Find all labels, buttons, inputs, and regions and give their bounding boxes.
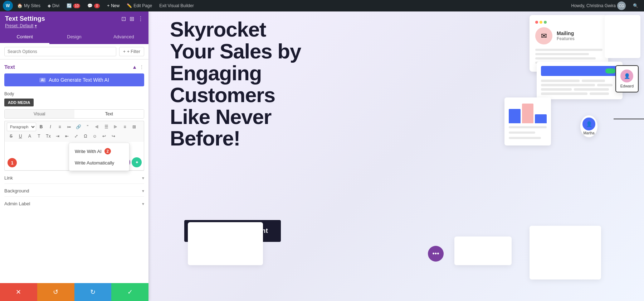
martha-avatar-circle: 👤	[582, 118, 595, 130]
ai-tooltip: Write With AI 2 Write Automatically	[69, 143, 130, 171]
link-section-title: Link	[4, 175, 13, 181]
undo-button[interactable]: ↺	[37, 283, 74, 301]
ui-card	[537, 62, 623, 99]
tab-content[interactable]: Content	[0, 30, 49, 44]
redo-button[interactable]: ↻	[74, 283, 112, 301]
fullscreen-icon[interactable]: ⊡	[121, 15, 126, 22]
section-icons: ▲ ⋮	[132, 64, 144, 70]
fullscreen-editor-btn[interactable]: ⤢	[72, 132, 80, 140]
write-with-ai-option[interactable]: Write With AI 2	[69, 145, 129, 157]
align-center-btn[interactable]: ☰	[102, 123, 111, 131]
editor-body[interactable]: 1 AI ✦ Write With AI 2 Write Automatic	[4, 142, 144, 171]
divi-menu[interactable]: ◆ Divi	[45, 0, 62, 11]
chart-card	[504, 97, 551, 145]
purple-dot-menu[interactable]: •••	[428, 246, 444, 262]
updates-count: 10	[73, 4, 80, 8]
comments-menu[interactable]: 💬 0	[84, 0, 103, 11]
more-icon[interactable]: ⋮	[138, 15, 143, 22]
edward-avatar-circle: 👤	[620, 70, 633, 82]
search-bar: + + Filter	[0, 44, 148, 59]
redo-btn[interactable]: ↪	[109, 132, 118, 140]
preset-dropdown[interactable]: ▾	[35, 23, 37, 28]
text-section-header: Text ▲ ⋮	[4, 64, 144, 70]
admin-label-chevron-icon: ▾	[142, 201, 144, 206]
align-right-btn[interactable]: ⫸	[111, 123, 120, 131]
underline-btn[interactable]: U	[16, 132, 25, 140]
new-menu[interactable]: + New	[104, 0, 122, 11]
mailing-subtitle: Features	[557, 36, 575, 41]
ai-generate-button[interactable]: AI Auto Generate Text With AI	[4, 73, 144, 86]
strikethrough-btn[interactable]: S	[7, 132, 15, 140]
link-section-header[interactable]: Link ▾	[4, 175, 144, 181]
unordered-list-btn[interactable]: ≡	[55, 123, 64, 131]
panel-tabs: Content Design Advanced	[0, 30, 148, 44]
save-button[interactable]: ✓	[111, 283, 148, 301]
top-right-card	[605, 15, 640, 58]
dot-green	[544, 21, 547, 24]
section-more-icon[interactable]: ⋮	[139, 64, 144, 70]
step-badge-1: 1	[8, 158, 17, 167]
justify-btn[interactable]: ≡	[121, 123, 129, 131]
user-greeting[interactable]: Howdy, Christina Gwira CG	[569, 1, 629, 10]
collapse-icon[interactable]: ▲	[132, 64, 137, 70]
chart-lines	[509, 126, 547, 141]
user-avatar: CG	[617, 1, 626, 10]
add-media-button[interactable]: ADD MEDIA	[4, 99, 34, 106]
ordered-list-btn[interactable]: ≔	[65, 123, 73, 131]
italic-btn[interactable]: I	[46, 123, 55, 131]
admin-label-section-header[interactable]: Admin Label ▾	[4, 201, 144, 206]
columns-icon[interactable]: ⊞	[130, 15, 134, 22]
background-chevron-icon: ▾	[142, 188, 144, 194]
clear-format-btn[interactable]: Tx	[44, 132, 53, 140]
search-btn[interactable]: 🔍	[630, 3, 641, 8]
exit-builder-btn[interactable]: Exit Visual Builder	[156, 0, 197, 11]
left-panel: Text Settings ⊡ ⊞ ⋮ Preset: Default ▾ Co…	[0, 11, 148, 301]
tab-design[interactable]: Design	[49, 30, 99, 44]
plus-icon: +	[107, 3, 109, 8]
paste-text-btn[interactable]: T	[35, 132, 43, 140]
edit-page-btn[interactable]: ✏️ Edit Page	[124, 0, 155, 11]
blockquote-btn[interactable]: "	[83, 123, 92, 131]
ui-lines	[541, 80, 618, 95]
paragraph-select[interactable]: Paragraph	[7, 123, 36, 131]
ai-teal-btn[interactable]: ✦	[132, 157, 142, 167]
write-automatically-option[interactable]: Write Automatically	[69, 157, 129, 168]
emoji-btn[interactable]: ☺	[91, 132, 99, 140]
background-section-title: Background	[4, 188, 29, 194]
mailing-title: Mailing	[557, 30, 575, 36]
cancel-button[interactable]: ✕	[0, 283, 37, 301]
my-sites-menu[interactable]: 🏠 My Sites	[14, 0, 43, 11]
indent-btn[interactable]: ⇥	[53, 132, 62, 140]
editor-toolbar: Paragraph B I ≡ ≔ 🔗 " ⫷ ☰ ⫸ ≡ ⊞ S U A	[4, 121, 144, 142]
panel-title: Text Settings	[5, 15, 45, 23]
special-char-btn[interactable]: Ω	[81, 132, 90, 140]
filter-button[interactable]: + + Filter	[119, 47, 144, 56]
link-btn[interactable]: 🔗	[74, 123, 83, 131]
undo-btn[interactable]: ↩	[100, 132, 108, 140]
mail-icon: ✉	[535, 27, 552, 44]
font-color-btn[interactable]: A	[25, 132, 34, 140]
search-input[interactable]	[4, 47, 116, 56]
ui-toggle	[605, 68, 615, 73]
chart-bars	[509, 102, 547, 123]
table-btn[interactable]: ⊞	[130, 123, 138, 131]
outdent-btn[interactable]: ⇤	[63, 132, 71, 140]
ai-badge: AI	[39, 78, 46, 82]
updates-menu[interactable]: 🔄 10	[64, 0, 83, 11]
edward-name: Edward	[620, 84, 634, 88]
editor-tab-text[interactable]: Text	[74, 110, 144, 118]
bold-btn[interactable]: B	[37, 123, 45, 131]
panel-preset: Preset: Default ▾	[5, 23, 143, 28]
panel-header-icons: ⊡ ⊞ ⋮	[121, 15, 143, 22]
wordpress-icon[interactable]: W	[3, 1, 13, 11]
editor-tab-visual[interactable]: Visual	[5, 110, 74, 118]
chart-bar-2	[522, 104, 534, 123]
bottom-card-3	[454, 236, 512, 265]
chart-bar-1	[509, 109, 521, 123]
hero-headline: Skyrocket Your Sales by Engaging Custome…	[170, 19, 327, 149]
chart-bar-3	[535, 114, 547, 123]
martha-name: Martha	[582, 131, 595, 135]
tab-advanced[interactable]: Advanced	[99, 30, 148, 44]
background-section-header[interactable]: Background ▾	[4, 188, 144, 194]
align-left-btn[interactable]: ⫷	[93, 123, 101, 131]
